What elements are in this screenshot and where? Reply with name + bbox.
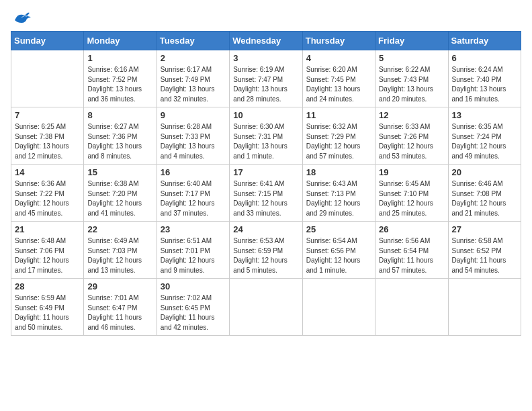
day-number: 16: [161, 167, 226, 177]
day-info: Sunrise: 6:56 AM Sunset: 6:54 PM Dayligh…: [379, 236, 444, 275]
calendar-cell: 4Sunrise: 6:20 AM Sunset: 7:45 PM Daylig…: [302, 50, 375, 107]
calendar-header-row: SundayMondayTuesdayWednesdayThursdayFrid…: [11, 32, 521, 50]
day-number: 3: [233, 53, 298, 63]
calendar-cell: 3Sunrise: 6:19 AM Sunset: 7:47 PM Daylig…: [230, 50, 302, 107]
day-info: Sunrise: 6:41 AM Sunset: 7:15 PM Dayligh…: [233, 179, 298, 218]
calendar-cell: 18Sunrise: 6:43 AM Sunset: 7:13 PM Dayli…: [302, 165, 375, 222]
day-number: 8: [87, 110, 152, 120]
day-number: 28: [15, 281, 80, 291]
calendar-cell: 20Sunrise: 6:46 AM Sunset: 7:08 PM Dayli…: [448, 165, 521, 222]
day-number: 6: [452, 53, 517, 63]
day-info: Sunrise: 6:45 AM Sunset: 7:10 PM Dayligh…: [379, 179, 444, 218]
calendar-cell: 1Sunrise: 6:16 AM Sunset: 7:52 PM Daylig…: [84, 50, 157, 107]
day-info: Sunrise: 6:38 AM Sunset: 7:20 PM Dayligh…: [87, 179, 152, 218]
day-number: 20: [452, 167, 517, 177]
calendar-week-row: 7Sunrise: 6:25 AM Sunset: 7:38 PM Daylig…: [11, 107, 521, 165]
logo: [11, 11, 31, 26]
calendar-cell: 23Sunrise: 6:51 AM Sunset: 7:01 PM Dayli…: [157, 222, 229, 279]
calendar-week-row: 14Sunrise: 6:36 AM Sunset: 7:22 PM Dayli…: [11, 165, 521, 222]
day-number: 12: [379, 110, 444, 120]
calendar-cell: 27Sunrise: 6:58 AM Sunset: 6:52 PM Dayli…: [448, 222, 521, 279]
day-number: 26: [379, 224, 444, 234]
day-info: Sunrise: 6:40 AM Sunset: 7:17 PM Dayligh…: [161, 179, 226, 218]
day-number: 9: [161, 110, 226, 120]
calendar-cell: 2Sunrise: 6:17 AM Sunset: 7:49 PM Daylig…: [157, 50, 229, 107]
day-info: Sunrise: 6:28 AM Sunset: 7:33 PM Dayligh…: [161, 122, 226, 161]
day-number: 23: [161, 224, 226, 234]
calendar-cell: 28Sunrise: 6:59 AM Sunset: 6:49 PM Dayli…: [11, 279, 84, 336]
day-info: Sunrise: 7:01 AM Sunset: 6:47 PM Dayligh…: [87, 293, 152, 332]
calendar-header-sunday: Sunday: [11, 32, 84, 50]
day-info: Sunrise: 6:33 AM Sunset: 7:26 PM Dayligh…: [379, 122, 444, 161]
calendar-header-wednesday: Wednesday: [230, 32, 302, 50]
day-info: Sunrise: 6:17 AM Sunset: 7:49 PM Dayligh…: [161, 65, 226, 104]
day-number: 7: [15, 110, 80, 120]
day-info: Sunrise: 6:59 AM Sunset: 6:49 PM Dayligh…: [15, 293, 80, 332]
calendar-cell: [302, 279, 375, 336]
day-number: 18: [306, 167, 371, 177]
calendar-cell: 10Sunrise: 6:30 AM Sunset: 7:31 PM Dayli…: [230, 107, 302, 165]
day-info: Sunrise: 6:54 AM Sunset: 6:56 PM Dayligh…: [306, 236, 371, 275]
calendar-cell: 24Sunrise: 6:53 AM Sunset: 6:59 PM Dayli…: [230, 222, 302, 279]
calendar-cell: [375, 279, 448, 336]
calendar-cell: 30Sunrise: 7:02 AM Sunset: 6:45 PM Dayli…: [157, 279, 229, 336]
day-number: 19: [379, 167, 444, 177]
day-number: 10: [233, 110, 298, 120]
calendar-cell: 29Sunrise: 7:01 AM Sunset: 6:47 PM Dayli…: [84, 279, 157, 336]
day-info: Sunrise: 6:25 AM Sunset: 7:38 PM Dayligh…: [15, 122, 80, 161]
calendar-cell: 17Sunrise: 6:41 AM Sunset: 7:15 PM Dayli…: [230, 165, 302, 222]
day-info: Sunrise: 6:32 AM Sunset: 7:29 PM Dayligh…: [306, 122, 371, 161]
day-info: Sunrise: 6:22 AM Sunset: 7:43 PM Dayligh…: [379, 65, 444, 104]
day-number: 1: [87, 53, 152, 63]
day-number: 24: [233, 224, 298, 234]
calendar-cell: 11Sunrise: 6:32 AM Sunset: 7:29 PM Dayli…: [302, 107, 375, 165]
day-number: 27: [452, 224, 517, 234]
day-number: 22: [87, 224, 152, 234]
day-info: Sunrise: 6:20 AM Sunset: 7:45 PM Dayligh…: [306, 65, 371, 104]
day-number: 13: [452, 110, 517, 120]
page-header: [11, 11, 521, 26]
calendar-cell: 9Sunrise: 6:28 AM Sunset: 7:33 PM Daylig…: [157, 107, 229, 165]
day-number: 11: [306, 110, 371, 120]
day-number: 29: [87, 281, 152, 291]
calendar-week-row: 28Sunrise: 6:59 AM Sunset: 6:49 PM Dayli…: [11, 279, 521, 336]
calendar-cell: [448, 279, 521, 336]
calendar-table: SundayMondayTuesdayWednesdayThursdayFrid…: [11, 31, 521, 336]
calendar-header-tuesday: Tuesday: [157, 32, 229, 50]
day-info: Sunrise: 6:48 AM Sunset: 7:06 PM Dayligh…: [15, 236, 80, 275]
day-number: 4: [306, 53, 371, 63]
calendar-cell: [11, 50, 84, 107]
calendar-cell: 8Sunrise: 6:27 AM Sunset: 7:36 PM Daylig…: [84, 107, 157, 165]
day-info: Sunrise: 6:36 AM Sunset: 7:22 PM Dayligh…: [15, 179, 80, 218]
calendar-cell: 15Sunrise: 6:38 AM Sunset: 7:20 PM Dayli…: [84, 165, 157, 222]
calendar-cell: 6Sunrise: 6:24 AM Sunset: 7:40 PM Daylig…: [448, 50, 521, 107]
day-number: 5: [379, 53, 444, 63]
calendar-cell: 26Sunrise: 6:56 AM Sunset: 6:54 PM Dayli…: [375, 222, 448, 279]
calendar-header-friday: Friday: [375, 32, 448, 50]
calendar-week-row: 1Sunrise: 6:16 AM Sunset: 7:52 PM Daylig…: [11, 50, 521, 107]
day-number: 14: [15, 167, 80, 177]
calendar-cell: 7Sunrise: 6:25 AM Sunset: 7:38 PM Daylig…: [11, 107, 84, 165]
logo-bird-icon: [12, 11, 31, 26]
day-info: Sunrise: 6:49 AM Sunset: 7:03 PM Dayligh…: [87, 236, 152, 275]
day-info: Sunrise: 6:30 AM Sunset: 7:31 PM Dayligh…: [233, 122, 298, 161]
day-info: Sunrise: 6:46 AM Sunset: 7:08 PM Dayligh…: [452, 179, 517, 218]
day-info: Sunrise: 6:24 AM Sunset: 7:40 PM Dayligh…: [452, 65, 517, 104]
calendar-cell: 13Sunrise: 6:35 AM Sunset: 7:24 PM Dayli…: [448, 107, 521, 165]
calendar-week-row: 21Sunrise: 6:48 AM Sunset: 7:06 PM Dayli…: [11, 222, 521, 279]
calendar-cell: 5Sunrise: 6:22 AM Sunset: 7:43 PM Daylig…: [375, 50, 448, 107]
day-info: Sunrise: 6:53 AM Sunset: 6:59 PM Dayligh…: [233, 236, 298, 275]
day-info: Sunrise: 6:35 AM Sunset: 7:24 PM Dayligh…: [452, 122, 517, 161]
day-number: 25: [306, 224, 371, 234]
day-info: Sunrise: 6:58 AM Sunset: 6:52 PM Dayligh…: [452, 236, 517, 275]
calendar-header-monday: Monday: [84, 32, 157, 50]
day-info: Sunrise: 6:43 AM Sunset: 7:13 PM Dayligh…: [306, 179, 371, 218]
calendar-cell: 22Sunrise: 6:49 AM Sunset: 7:03 PM Dayli…: [84, 222, 157, 279]
day-info: Sunrise: 6:51 AM Sunset: 7:01 PM Dayligh…: [161, 236, 226, 275]
day-number: 15: [87, 167, 152, 177]
day-number: 17: [233, 167, 298, 177]
calendar-header-saturday: Saturday: [448, 32, 521, 50]
calendar-cell: 19Sunrise: 6:45 AM Sunset: 7:10 PM Dayli…: [375, 165, 448, 222]
calendar-cell: 16Sunrise: 6:40 AM Sunset: 7:17 PM Dayli…: [157, 165, 229, 222]
calendar-cell: 14Sunrise: 6:36 AM Sunset: 7:22 PM Dayli…: [11, 165, 84, 222]
